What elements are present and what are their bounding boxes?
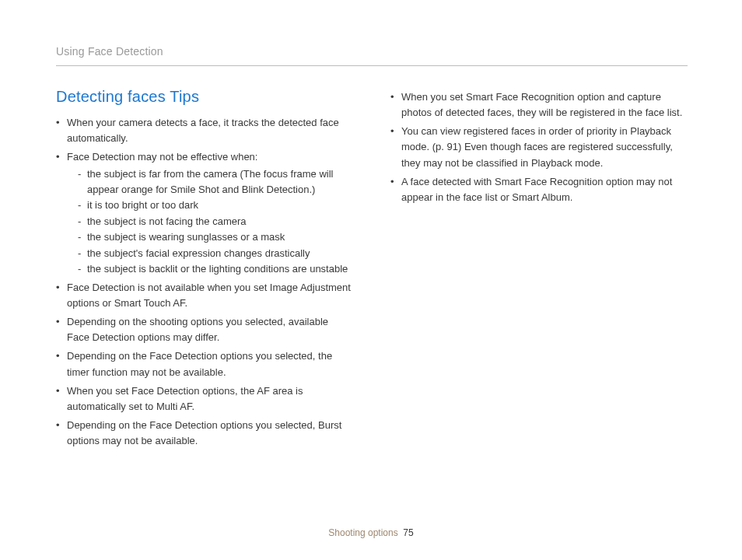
sub-list-item: the subject is backlit or the lighting c… bbox=[78, 261, 353, 277]
footer-label: Shooting options bbox=[328, 527, 397, 538]
section-title: Detecting faces Tips bbox=[56, 88, 353, 106]
tips-list: When your camera detects a face, it trac… bbox=[56, 115, 353, 449]
sub-list: the subject is far from the camera (The … bbox=[67, 166, 353, 277]
page-header-section: Using Face Detection bbox=[56, 45, 688, 66]
left-column: Detecting faces Tips When your camera de… bbox=[56, 88, 353, 452]
list-item: When you set Face Detection options, the… bbox=[56, 383, 353, 415]
list-item: Depending on the Face Detection options … bbox=[56, 348, 353, 380]
list-item: You can view registered faces in order o… bbox=[390, 124, 688, 170]
sub-list-item: the subject's facial expression changes … bbox=[78, 246, 353, 261]
sub-list-item: the subject is not facing the camera bbox=[78, 214, 353, 229]
list-item: Depending on the Face Detection options … bbox=[56, 418, 353, 449]
content-columns: Detecting faces Tips When your camera de… bbox=[56, 88, 688, 452]
sub-list-item: it is too bright or too dark bbox=[78, 198, 353, 213]
sub-list-item: the subject is wearing sunglasses or a m… bbox=[78, 229, 353, 245]
list-item: A face detected with Smart Face Recognit… bbox=[390, 174, 688, 205]
page-number: 75 bbox=[403, 527, 413, 538]
list-item-text: Face Detection may not be effective when… bbox=[67, 151, 257, 163]
sub-list-item: the subject is far from the camera (The … bbox=[78, 166, 353, 197]
page-footer: Shooting options 75 bbox=[0, 527, 742, 538]
list-item: When your camera detects a face, it trac… bbox=[56, 115, 353, 146]
list-item: Face Detection is not available when you… bbox=[56, 280, 353, 311]
tips-list-right: When you set Smart Face Recognition opti… bbox=[390, 89, 688, 205]
right-column: When you set Smart Face Recognition opti… bbox=[390, 88, 688, 452]
list-item: Depending on the shooting options you se… bbox=[56, 314, 353, 345]
list-item: Face Detection may not be effective when… bbox=[56, 149, 353, 277]
list-item: When you set Smart Face Recognition opti… bbox=[390, 89, 688, 121]
